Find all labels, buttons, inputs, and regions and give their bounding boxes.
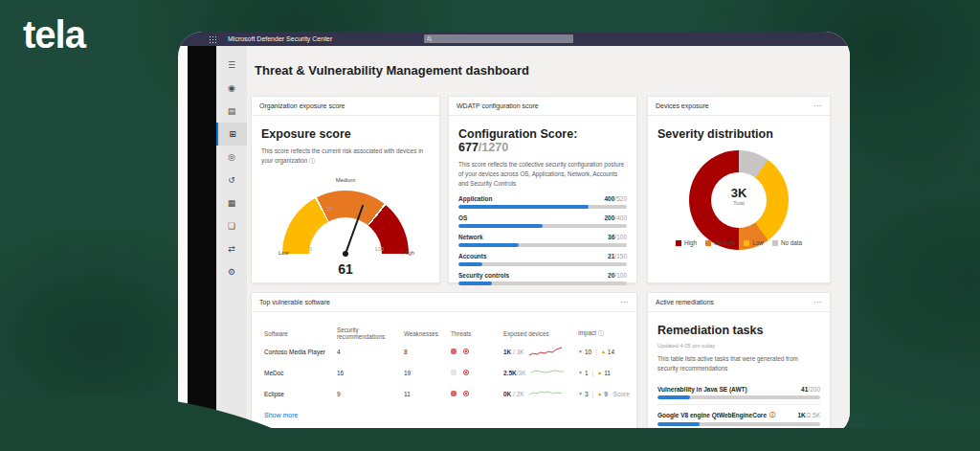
sidebar-item-inventory[interactable]: ❏ xyxy=(216,214,247,237)
gauge-label-high: High xyxy=(403,250,414,256)
card-header-label: Top vulnerable software xyxy=(259,299,330,305)
legend-swatch-no-data xyxy=(772,240,778,246)
impact-up-value: 14 xyxy=(608,349,614,355)
dashboard-screenshot-window: Microsoft Defender Security Center ☰ ◉ ▤… xyxy=(178,32,850,437)
bar-value: 400 xyxy=(604,195,614,202)
software-name: Eclipse xyxy=(264,391,337,397)
card-active-remediations: Active remediations⋯ Remediation tasks U… xyxy=(647,292,831,437)
remediation-description: This table lists active tasks that were … xyxy=(657,354,820,373)
score-bar-application[interactable]: Application400/520 xyxy=(458,195,627,209)
exploit-threat-icon xyxy=(463,349,469,354)
table-row[interactable]: MeDoc 16 19 2.5K/3K ▼1|▲11 xyxy=(261,362,627,383)
exploit-threat-icon xyxy=(463,370,469,375)
gauge-tick-30: 30 xyxy=(326,206,332,212)
sidebar-item-settings[interactable]: ⚙ xyxy=(216,260,247,283)
history-icon: ↺ xyxy=(228,175,235,185)
config-score-value: 677/1270 xyxy=(458,141,627,154)
impact-divider: | xyxy=(592,391,594,397)
weaknesses-count: 8 xyxy=(404,349,451,355)
devices-icon: ▤ xyxy=(228,106,236,116)
legend-swatch-medium xyxy=(705,240,711,246)
legend-item-low: Low xyxy=(744,239,764,246)
remediation-task[interactable]: Google V8 engine QtWebEngineCoreⓘ1K/2.5K xyxy=(657,404,820,426)
config-score-number: 677 xyxy=(458,141,479,154)
legend-item-medium: Medium xyxy=(705,239,735,246)
score-bar-accounts[interactable]: Accounts21/150 xyxy=(458,253,627,266)
gauge-label-low: Low xyxy=(278,250,289,256)
card-header-label: Active remediations xyxy=(656,299,714,305)
software-name: MeDoc xyxy=(264,370,337,376)
trend-sparkline xyxy=(528,388,563,399)
app-launcher-icon[interactable] xyxy=(209,35,216,43)
impact-extra-label: Score xyxy=(613,391,630,397)
search-input[interactable] xyxy=(433,36,557,42)
weaknesses-count: 11 xyxy=(404,391,451,397)
legend-item-no-data: No data xyxy=(772,239,802,246)
tvm-dashboard-icon: ⊞ xyxy=(229,129,236,139)
score-bar-network[interactable]: Network36/100 xyxy=(458,234,627,247)
legend-item-high: High xyxy=(676,239,697,246)
reports-icon: ▦ xyxy=(228,198,236,208)
card-top-vulnerable-software: Top vulnerable software⋯ Software Securi… xyxy=(251,292,637,437)
config-score-description: This score reflects the collective secur… xyxy=(458,160,627,188)
table-row[interactable]: Eclipse 9 11 0K / 2K ▼3|▲9Score xyxy=(261,383,627,404)
sidebar-item-history[interactable]: ↺ xyxy=(216,169,247,192)
card-header-label: Organization exposure score xyxy=(259,102,345,109)
task-label: Google V8 engine QtWebEngineCore xyxy=(657,412,767,418)
sidebar-item-alerts[interactable]: ◎ xyxy=(216,146,247,169)
remediation-task[interactable]: Vulnerability in Java SE (AWT)41/200 xyxy=(657,380,820,399)
gauge-tick-0: 0 xyxy=(309,246,312,252)
trend-sparkline xyxy=(530,367,565,378)
exposed-total: /3K xyxy=(517,370,526,376)
card-organization-exposure-score: Organization exposure score Exposure sco… xyxy=(251,96,440,283)
info-icon[interactable]: ⓘ xyxy=(309,158,315,164)
info-icon[interactable]: ⓘ xyxy=(598,330,604,336)
exposure-score-value: 61 xyxy=(261,261,430,277)
gauge-label-medium: Medium xyxy=(282,177,409,183)
dashboard-icon: ◉ xyxy=(228,83,235,93)
sidebar-item-dashboard[interactable]: ◉ xyxy=(216,77,247,100)
sidebar-item-menu[interactable]: ☰ xyxy=(216,54,247,77)
impact-up-icon: ▲ xyxy=(601,349,606,354)
alerts-icon: ◎ xyxy=(228,152,235,162)
vulnerable-software-table: Software Security recommendations Weakne… xyxy=(261,326,627,404)
recommendations-count: 16 xyxy=(337,370,404,376)
page-title: Threat & Vulnerability Management dashbo… xyxy=(255,63,529,78)
bar-total: /520 xyxy=(614,195,627,202)
impact-down-icon: ▼ xyxy=(578,349,583,354)
legend-swatch-low xyxy=(744,240,749,246)
exposure-gauge: Medium 30 70 Low High 0 100 xyxy=(282,177,409,259)
global-search[interactable] xyxy=(424,34,573,43)
more-options-icon[interactable]: ⋯ xyxy=(620,298,629,306)
more-options-icon[interactable]: ⋯ xyxy=(813,101,822,110)
severity-legend: High Medium Low No data xyxy=(648,239,830,246)
col-exposed-devices: Exposed devices xyxy=(503,330,578,337)
sidebar-item-devices[interactable]: ▤ xyxy=(216,100,247,123)
task-total: /2.5K xyxy=(806,412,820,418)
gauge-pivot xyxy=(343,251,348,257)
score-bar-security-controls[interactable]: Security controls20/100 xyxy=(458,272,627,285)
show-more-link[interactable]: Show more xyxy=(261,412,627,418)
more-options-icon[interactable]: ⋯ xyxy=(813,298,822,306)
simulations-icon: ⇄ xyxy=(228,244,235,254)
bar-label: Network xyxy=(458,234,483,240)
table-header-row: Software Security recommendations Weakne… xyxy=(261,326,627,341)
impact-up-icon: ▲ xyxy=(597,370,602,375)
flag-icon: ⓘ xyxy=(769,411,775,419)
legend-swatch-high xyxy=(676,240,681,246)
brand-logo: tela xyxy=(23,13,85,56)
table-row[interactable]: Contoso Media Player 4 8 1K / 3K ▼10|▲14 xyxy=(261,341,627,362)
task-total: /200 xyxy=(808,386,820,393)
bug-threat-icon xyxy=(451,391,457,396)
sidebar-item-reports[interactable]: ▦ xyxy=(216,192,247,214)
sidebar-item-tvm-dashboard[interactable]: ⊞ xyxy=(216,123,247,146)
bar-value: 200 xyxy=(604,214,614,221)
sidebar-item-simulations[interactable]: ⇄ xyxy=(216,237,247,260)
col-security-recommendations: Security recommendations xyxy=(337,327,404,340)
remediation-title: Remediation tasks xyxy=(657,324,820,337)
bar-label: OS xyxy=(458,214,467,221)
settings-icon: ⚙ xyxy=(228,267,235,277)
trend-sparkline xyxy=(528,346,563,357)
score-bar-os[interactable]: OS200/400 xyxy=(458,214,627,228)
impact-down-icon: ▼ xyxy=(578,370,583,375)
